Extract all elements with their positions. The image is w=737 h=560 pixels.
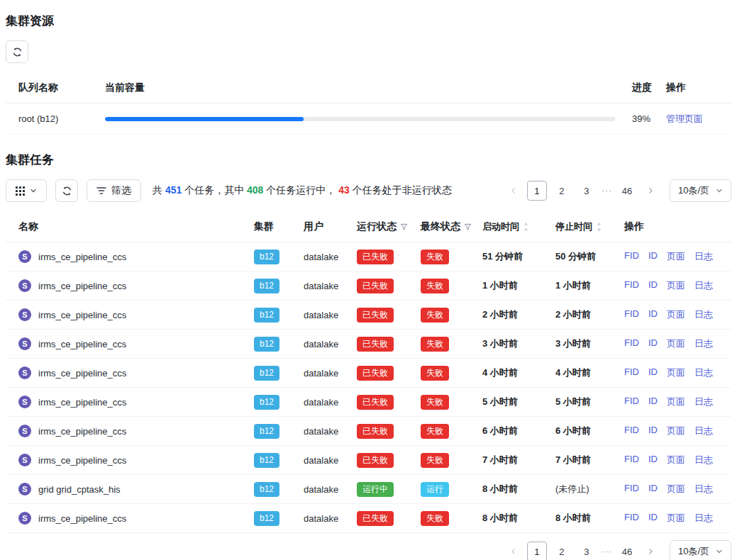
tasks-table-header: 名称 集群 用户 运行状态 最终状态 启动时间 停止时间 操作 [6, 212, 731, 242]
filter-funnel-icon[interactable] [400, 223, 408, 231]
task-user: datalake [304, 484, 357, 495]
id-link[interactable]: ID [648, 425, 658, 437]
id-link[interactable]: ID [648, 337, 658, 350]
log-link[interactable]: 日志 [694, 308, 713, 321]
avatar: S [18, 454, 31, 466]
page-button-2[interactable]: 2 [552, 181, 572, 201]
id-link[interactable]: ID [648, 454, 658, 466]
log-link[interactable]: 日志 [694, 425, 713, 437]
id-link[interactable]: ID [648, 250, 658, 263]
page-ellipsis[interactable]: ··· [602, 186, 612, 196]
fid-link[interactable]: FID [624, 454, 639, 466]
page-button-1[interactable]: 1 [527, 542, 547, 560]
id-link[interactable]: ID [648, 512, 658, 525]
fid-link[interactable]: FID [624, 366, 639, 379]
stop-time: 4 小时前 [555, 366, 624, 379]
task-user: datalake [304, 455, 357, 466]
log-link[interactable]: 日志 [694, 396, 713, 408]
stop-time: 50 分钟前 [555, 250, 624, 263]
prev-page-button[interactable] [505, 181, 522, 201]
start-time: 5 小时前 [482, 396, 555, 408]
log-link[interactable]: 日志 [694, 454, 713, 466]
page-button-1[interactable]: 1 [527, 181, 547, 201]
fid-link[interactable]: FID [624, 250, 639, 263]
filter-button-label: 筛选 [111, 184, 131, 197]
fid-link[interactable]: FID [624, 512, 639, 525]
page-link[interactable]: 页面 [667, 483, 685, 495]
fid-link[interactable]: FID [624, 483, 639, 495]
task-user: datalake [304, 310, 357, 320]
page-link[interactable]: 页面 [667, 337, 685, 350]
id-link[interactable]: ID [648, 483, 658, 495]
run-status-badge: 已失败 [357, 453, 394, 468]
task-name: irms_ce_pipeline_ccs [38, 339, 126, 349]
log-link[interactable]: 日志 [694, 366, 713, 379]
cluster-badge: b12 [254, 453, 279, 468]
stopped-count: 43 [338, 184, 350, 196]
fid-link[interactable]: FID [624, 396, 639, 408]
filter-button[interactable]: 筛选 [87, 179, 141, 202]
resources-refresh-button[interactable] [6, 40, 28, 63]
page-ellipsis[interactable]: ··· [602, 547, 612, 556]
page-link[interactable]: 页面 [667, 279, 685, 292]
stop-time: 8 小时前 [555, 512, 624, 525]
stop-time: 2 小时前 [555, 308, 624, 321]
log-link[interactable]: 日志 [694, 250, 713, 263]
table-row: root (b12) 39% 管理页面 [6, 103, 731, 135]
col-header-stop-time: 停止时间 [555, 220, 592, 233]
table-row: S irms_ce_pipeline_ccs b12 datalake 已失败 … [6, 504, 731, 533]
final-status-badge: 失败 [421, 395, 449, 410]
page-link[interactable]: 页面 [667, 308, 685, 321]
next-page-button[interactable] [642, 542, 659, 560]
page-link[interactable]: 页面 [667, 512, 685, 525]
page-button-3[interactable]: 3 [577, 181, 597, 201]
page-button-3[interactable]: 3 [577, 542, 597, 560]
sort-icon[interactable] [596, 222, 602, 232]
col-header-progress: 进度 [632, 82, 666, 94]
tasks-table-body: S irms_ce_pipeline_ccs b12 datalake 已失败 … [6, 242, 731, 533]
page-size-select[interactable]: 10条/页 [670, 179, 731, 202]
id-link[interactable]: ID [648, 279, 658, 292]
cluster-badge: b12 [254, 279, 279, 293]
page-link[interactable]: 页面 [667, 250, 685, 263]
col-header-run-status: 运行状态 [357, 220, 397, 233]
task-name: irms_ce_pipeline_ccs [38, 368, 126, 379]
fid-link[interactable]: FID [624, 425, 639, 437]
final-status-badge: 失败 [421, 511, 449, 526]
resources-table: 队列名称 当前容量 进度 操作 root (b12) 39% 管理页面 [6, 73, 731, 135]
page-link[interactable]: 页面 [667, 396, 685, 408]
fid-link[interactable]: FID [624, 308, 639, 321]
sort-icon[interactable] [523, 222, 529, 232]
avatar: S [18, 483, 31, 495]
col-header-user: 用户 [304, 220, 357, 233]
id-link[interactable]: ID [648, 396, 658, 408]
page-size-select[interactable]: 10条/页 [670, 540, 731, 560]
task-name: irms_ce_pipeline_ccs [38, 310, 126, 320]
column-layout-button[interactable] [6, 179, 47, 202]
manage-page-link[interactable]: 管理页面 [666, 113, 703, 124]
page-button-2[interactable]: 2 [552, 542, 572, 560]
fid-link[interactable]: FID [624, 279, 639, 292]
page-button-last[interactable]: 46 [617, 181, 637, 201]
tasks-refresh-button[interactable] [55, 179, 78, 202]
id-link[interactable]: ID [648, 308, 658, 321]
id-link[interactable]: ID [648, 366, 658, 379]
task-summary: 共 451 个任务，其中 408 个任务运行中， 43 个任务处于非运行状态 [153, 184, 452, 197]
log-link[interactable]: 日志 [694, 512, 713, 525]
log-link[interactable]: 日志 [694, 483, 713, 495]
fid-link[interactable]: FID [624, 337, 639, 350]
next-page-button[interactable] [642, 181, 659, 201]
filter-funnel-icon[interactable] [464, 223, 472, 231]
page-button-last[interactable]: 46 [617, 542, 637, 560]
task-name: irms_ce_pipeline_ccs [38, 426, 126, 437]
prev-page-button[interactable] [505, 542, 522, 560]
page-link[interactable]: 页面 [667, 366, 685, 379]
run-status-badge: 已失败 [357, 511, 394, 526]
log-link[interactable]: 日志 [694, 279, 713, 292]
log-link[interactable]: 日志 [694, 337, 713, 350]
avatar: S [18, 308, 31, 321]
cluster-badge: b12 [254, 395, 279, 410]
task-user: datalake [304, 281, 357, 291]
page-link[interactable]: 页面 [667, 454, 685, 466]
page-link[interactable]: 页面 [667, 425, 685, 437]
